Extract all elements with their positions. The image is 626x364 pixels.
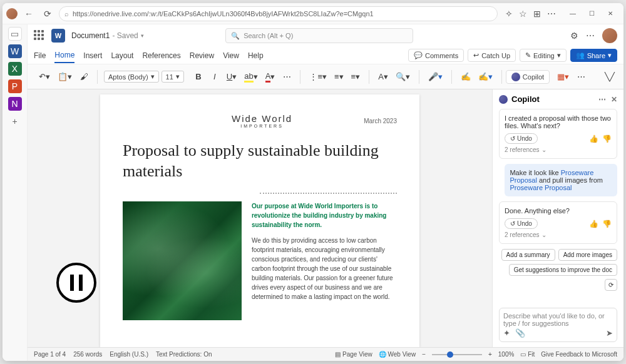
body-paragraph: We do this by providing access to low ca… bbox=[252, 236, 397, 301]
status-page[interactable]: Page 1 of 4 bbox=[34, 351, 66, 358]
purpose-paragraph: Our purpose at Wide World Importers is t… bbox=[252, 201, 397, 230]
tab-help[interactable]: Help bbox=[248, 49, 264, 63]
favorites-icon[interactable]: ☆ bbox=[519, 9, 527, 19]
reading-mode-icon[interactable]: ✧ bbox=[505, 9, 513, 19]
divider bbox=[260, 193, 397, 194]
collections-icon[interactable]: ⊞ bbox=[533, 9, 541, 19]
web-view-button[interactable]: 🌐 Web View bbox=[379, 351, 416, 358]
page-view-button[interactable]: ▤ Page View bbox=[335, 351, 372, 358]
format-painter-button[interactable]: 🖌 bbox=[77, 69, 91, 84]
thumbs-up-icon[interactable]: 👍 bbox=[589, 134, 598, 143]
zoom-slider[interactable] bbox=[432, 354, 482, 355]
ribbon-collapse-icon[interactable]: ╲╱ bbox=[602, 69, 617, 84]
word-app-icon: W bbox=[51, 29, 65, 43]
undo-button[interactable]: ↶▾ bbox=[36, 69, 53, 84]
document-page[interactable]: Wide World IMPORTERS March 2023 Proposal… bbox=[100, 94, 419, 347]
zoom-level[interactable]: 100% bbox=[498, 351, 515, 358]
tab-review[interactable]: Review bbox=[190, 49, 214, 63]
copilot-input[interactable]: Describe what you'd like to do, or type … bbox=[499, 308, 617, 342]
app-rail-onenote[interactable]: N bbox=[8, 97, 22, 111]
maximize-button[interactable]: ☐ bbox=[582, 6, 601, 21]
copilot-undo-button[interactable]: ↺ Undo bbox=[505, 133, 538, 144]
share-button[interactable]: 👥 Share ▾ bbox=[570, 49, 617, 62]
copilot-ribbon-button[interactable]: Copilot bbox=[506, 70, 550, 84]
address-bar[interactable]: ⌕ https://onedrive.live.com/:w:/t/EaCKkP… bbox=[59, 6, 498, 21]
font-size-select[interactable]: 11 ▾ bbox=[162, 71, 184, 83]
find-button[interactable]: 🔍▾ bbox=[393, 69, 413, 84]
tab-insert[interactable]: Insert bbox=[83, 49, 102, 63]
app-rail-powerpoint[interactable]: P bbox=[8, 79, 22, 93]
status-language[interactable]: English (U.S.) bbox=[110, 351, 148, 358]
numbering-button[interactable]: ≡▾ bbox=[332, 69, 346, 84]
references-toggle[interactable]: 2 references ⌄ bbox=[505, 231, 612, 238]
zoom-out-button[interactable]: − bbox=[422, 351, 426, 358]
copilot-assistant-message: I created a proposal with those two file… bbox=[499, 109, 617, 159]
table-button[interactable]: ▦▾ bbox=[555, 69, 572, 84]
attach-icon[interactable]: 📎 bbox=[515, 328, 525, 338]
tab-view[interactable]: View bbox=[223, 49, 239, 63]
italic-button[interactable]: I bbox=[208, 69, 222, 84]
tab-references[interactable]: References bbox=[142, 49, 180, 63]
styles-button[interactable]: A▾ bbox=[376, 69, 391, 84]
status-word-count[interactable]: 256 words bbox=[73, 351, 102, 358]
designer-button[interactable]: ✍▾ bbox=[476, 69, 495, 84]
ribbon-overflow-icon[interactable]: ⋯ bbox=[574, 69, 588, 84]
tab-file[interactable]: File bbox=[34, 49, 46, 63]
refresh-suggestions-button[interactable]: ⟳ bbox=[605, 279, 617, 291]
app-rail-outlook[interactable]: ▭ bbox=[8, 27, 22, 41]
fit-button[interactable]: ▭ Fit bbox=[520, 351, 535, 358]
app-rail-excel[interactable]: X bbox=[8, 62, 22, 76]
dictate-button[interactable]: 🎤▾ bbox=[426, 69, 445, 84]
copilot-close-icon[interactable]: ✕ bbox=[611, 95, 617, 104]
thumbs-down-icon[interactable]: 👎 bbox=[602, 220, 612, 228]
bold-button[interactable]: B bbox=[192, 69, 205, 84]
status-predictions[interactable]: Text Predictions: On bbox=[156, 351, 212, 358]
thumbs-down-icon[interactable]: 👎 bbox=[602, 134, 612, 143]
underline-button[interactable]: U▾ bbox=[224, 69, 239, 84]
suggestion-chip-images[interactable]: Add more images bbox=[558, 249, 617, 261]
catch-up-button[interactable]: ↩ Catch Up bbox=[468, 49, 516, 62]
more-icon[interactable]: ⋯ bbox=[547, 9, 556, 19]
suggestion-chip-summary[interactable]: Add a summary bbox=[501, 249, 555, 261]
copilot-more-icon[interactable]: ⋯ bbox=[598, 95, 606, 104]
copilot-assistant-message: Done. Anything else? ↺ Undo 👍 👎 2 refere… bbox=[499, 201, 617, 244]
document-title[interactable]: Document1 - Saved ▾ bbox=[71, 31, 144, 40]
more-font-icon[interactable]: ⋯ bbox=[280, 69, 294, 84]
thumbs-up-icon[interactable]: 👍 bbox=[589, 220, 598, 228]
tab-layout[interactable]: Layout bbox=[111, 49, 133, 63]
feedback-link[interactable]: Give Feedback to Microsoft bbox=[541, 351, 617, 358]
refresh-button[interactable]: ⟳ bbox=[40, 6, 55, 21]
bullets-button[interactable]: ⋮≡▾ bbox=[307, 69, 329, 84]
more-icon[interactable]: ⋯ bbox=[586, 31, 595, 41]
align-button[interactable]: ≡▾ bbox=[349, 69, 363, 84]
comments-button[interactable]: 💬 Comments bbox=[408, 49, 464, 62]
font-family-select[interactable]: Aptos (Body) ▾ bbox=[104, 71, 159, 83]
app-launcher-icon[interactable] bbox=[34, 30, 45, 41]
copilot-title: Copilot bbox=[511, 94, 540, 104]
font-color-button[interactable]: A▾ bbox=[263, 69, 278, 84]
suggestion-chip-improve[interactable]: Get suggestions to improve the doc bbox=[509, 264, 617, 276]
close-button[interactable]: ✕ bbox=[601, 6, 620, 21]
pause-overlay-icon bbox=[56, 263, 96, 303]
highlight-button[interactable]: ab▾ bbox=[242, 69, 260, 84]
copilot-undo-button[interactable]: ↺ Undo bbox=[505, 218, 538, 229]
copilot-icon bbox=[511, 73, 520, 81]
editing-mode-button[interactable]: ✎ Editing ▾ bbox=[520, 49, 567, 62]
editor-button[interactable]: ✍ bbox=[458, 69, 473, 84]
document-canvas[interactable]: Wide World IMPORTERS March 2023 Proposal… bbox=[28, 89, 492, 347]
back-button[interactable]: ← bbox=[21, 6, 36, 21]
send-icon[interactable]: ➤ bbox=[606, 328, 613, 338]
zoom-in-button[interactable]: + bbox=[488, 351, 492, 358]
browser-profile-avatar[interactable] bbox=[6, 8, 18, 19]
references-toggle[interactable]: 2 references ⌄ bbox=[505, 146, 612, 153]
paste-button[interactable]: 📋▾ bbox=[55, 69, 74, 84]
app-rail-add[interactable]: + bbox=[8, 114, 22, 128]
minimize-button[interactable]: — bbox=[563, 6, 582, 21]
sparkle-icon[interactable]: ✦ bbox=[503, 328, 510, 338]
settings-icon[interactable]: ⚙ bbox=[570, 31, 578, 41]
tab-home[interactable]: Home bbox=[54, 48, 74, 63]
app-rail-word[interactable]: W bbox=[8, 44, 22, 58]
brand-logo-text: Wide World bbox=[160, 113, 364, 124]
user-avatar[interactable] bbox=[602, 28, 617, 43]
search-input[interactable]: 🔍 Search (Alt + Q) bbox=[225, 28, 413, 43]
